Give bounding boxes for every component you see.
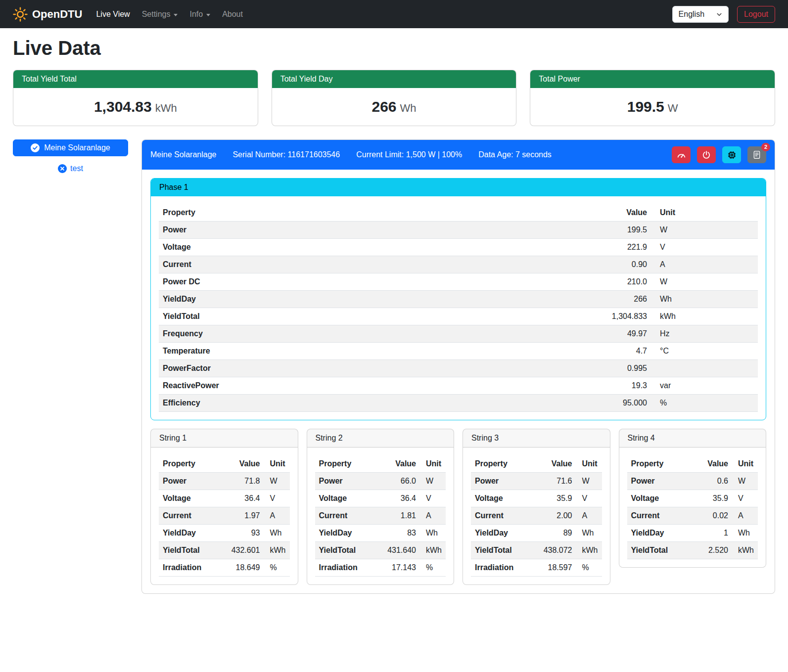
- cell-value: 17.143: [379, 559, 420, 577]
- phase-title: Phase 1: [151, 179, 766, 196]
- column-unit: Unit: [651, 204, 758, 222]
- cell-unit: A: [576, 507, 602, 525]
- cell-value: 1.81: [379, 507, 420, 525]
- column-unit: Unit: [576, 455, 602, 473]
- cell-unit: Wh: [732, 525, 758, 542]
- limit-settings-button[interactable]: [672, 146, 691, 163]
- nav-about-label: About: [222, 10, 243, 19]
- strings-grid: String 1 Property Value Unit: [150, 429, 766, 585]
- sidebar-item-test[interactable]: test: [13, 164, 128, 173]
- card-title: Total Power: [530, 70, 775, 88]
- column-property: Property: [159, 455, 224, 473]
- x-circle-icon[interactable]: [58, 164, 67, 173]
- cell-value: 49.97: [596, 325, 651, 343]
- table-row: Current0.02A: [627, 507, 758, 525]
- cell-unit: Wh: [651, 291, 758, 308]
- cell-unit: kWh: [420, 542, 446, 559]
- cell-property: YieldDay: [159, 525, 224, 542]
- cpu-icon: [727, 150, 737, 160]
- cell-property: YieldTotal: [159, 308, 596, 325]
- cell-unit: A: [420, 507, 446, 525]
- cell-value: 18.649: [224, 559, 264, 577]
- cell-value: 1,304.833: [596, 308, 651, 325]
- cell-value: 2.520: [692, 542, 732, 559]
- inverter-panel: Meine Solaranlage Serial Number: 1161716…: [141, 139, 775, 594]
- card-title: Total Yield Total: [13, 70, 258, 88]
- table-row: YieldTotal432.601kWh: [159, 542, 290, 559]
- nav-settings[interactable]: Settings: [136, 6, 184, 23]
- table-row: Power66.0W: [315, 473, 446, 490]
- cell-unit: V: [732, 490, 758, 507]
- cell-value: 36.4: [224, 490, 264, 507]
- cell-value: 95.000: [596, 395, 651, 412]
- nav-about[interactable]: About: [216, 6, 249, 23]
- cell-unit: W: [264, 473, 290, 490]
- check-circle-icon: [31, 143, 40, 152]
- table-row: YieldDay89Wh: [471, 525, 602, 542]
- chevron-down-icon: [206, 14, 210, 16]
- column-property: Property: [159, 204, 596, 222]
- cell-property: YieldTotal: [471, 542, 536, 559]
- navbar: OpenDTU Live View Settings Info About En…: [0, 0, 788, 28]
- string-card-body: Property Value Unit Power0.6WVoltage35.9…: [619, 448, 766, 567]
- string-2-card: String 2 Property Value Unit: [307, 429, 455, 585]
- table-header-row: Property Value Unit: [315, 455, 446, 473]
- cell-value: 36.4: [379, 490, 420, 507]
- chevron-down-icon: [174, 14, 178, 16]
- card-body: 199.5W: [530, 88, 775, 126]
- nav-live-view-label: Live View: [96, 10, 130, 19]
- cell-property: Voltage: [159, 239, 596, 256]
- table-row: YieldTotal438.072kWh: [471, 542, 602, 559]
- sidebar-item-inverter[interactable]: Meine Solaranlage: [13, 139, 128, 156]
- power-button[interactable]: [697, 146, 716, 163]
- cell-unit: W: [651, 273, 758, 291]
- table-header-row: Property Value Unit: [627, 455, 758, 473]
- nav-settings-label: Settings: [142, 10, 171, 19]
- string-1-table: Property Value Unit Power71.8WVoltage36.…: [159, 455, 290, 577]
- brand[interactable]: OpenDTU: [13, 7, 82, 22]
- nav-live-view[interactable]: Live View: [90, 6, 136, 23]
- column-value: Value: [692, 455, 732, 473]
- cell-unit: %: [264, 559, 290, 577]
- power-icon: [702, 150, 711, 159]
- event-log-button[interactable]: 2: [747, 146, 766, 163]
- cell-unit: W: [732, 473, 758, 490]
- cell-value: 35.9: [536, 490, 576, 507]
- cell-unit: W: [576, 473, 602, 490]
- table-row: Voltage35.9V: [627, 490, 758, 507]
- cell-unit: Hz: [651, 325, 758, 343]
- cell-property: Temperature: [159, 343, 596, 360]
- table-row: Power71.6W: [471, 473, 602, 490]
- cell-property: ReactivePower: [159, 377, 596, 395]
- brand-label: OpenDTU: [32, 8, 82, 21]
- cell-value: 19.3: [596, 377, 651, 395]
- data-age: Data Age: 7 seconds: [478, 150, 552, 159]
- device-info-button[interactable]: [722, 146, 741, 163]
- column-value: Value: [596, 204, 651, 222]
- cell-value: 199.5: [596, 222, 651, 239]
- cell-unit: A: [732, 507, 758, 525]
- cell-value: 432.601: [224, 542, 264, 559]
- card-unit: Wh: [400, 102, 417, 114]
- inverter-panel-body: Phase 1 Property Value Unit: [142, 170, 775, 593]
- nav-info[interactable]: Info: [184, 6, 216, 23]
- cell-value: 4.7: [596, 343, 651, 360]
- logout-button[interactable]: Logout: [737, 6, 775, 23]
- string-4-card: String 4 Property Value Unit: [619, 429, 767, 568]
- page-container: Live Data Total Yield Total 1,304.83kWh …: [0, 36, 788, 609]
- column-property: Property: [315, 455, 380, 473]
- cell-value: 0.6: [692, 473, 732, 490]
- cell-unit: %: [651, 395, 758, 412]
- panel-header-buttons: 2: [672, 146, 766, 163]
- table-header-row: Property Value Unit: [471, 455, 602, 473]
- event-count-badge: 2: [761, 143, 770, 151]
- table-row: Irradiation18.649%: [159, 559, 290, 577]
- content-row: Meine Solaranlage test Meine Solaranlage…: [13, 139, 775, 609]
- cell-unit: A: [264, 507, 290, 525]
- table-row: YieldTotal1,304.833kWh: [159, 308, 758, 325]
- cell-property: Current: [159, 507, 224, 525]
- language-select[interactable]: English: [672, 6, 729, 23]
- cell-value: 83: [379, 525, 420, 542]
- cell-value: 0.995: [596, 360, 651, 377]
- language-select-value: English: [679, 10, 704, 19]
